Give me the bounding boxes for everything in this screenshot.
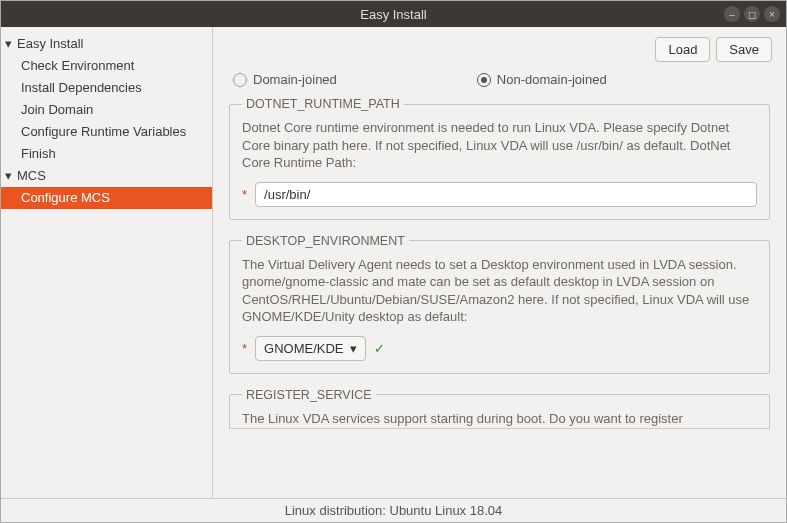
save-button[interactable]: Save bbox=[716, 37, 772, 62]
sidebar-section-label: MCS bbox=[17, 167, 46, 185]
close-icon[interactable]: × bbox=[764, 6, 780, 22]
group-legend: DOTNET_RUNTIME_PATH bbox=[242, 97, 404, 111]
chevron-down-icon: ▾ bbox=[5, 35, 15, 53]
sidebar-item-check-environment[interactable]: Check Environment bbox=[1, 55, 212, 77]
sidebar-item-configure-mcs[interactable]: Configure MCS bbox=[1, 187, 212, 209]
toolbar: Load Save bbox=[213, 27, 786, 68]
minimize-icon[interactable]: – bbox=[724, 6, 740, 22]
group-register-service: REGISTER_SERVICE The Linux VDA services … bbox=[229, 388, 770, 428]
domain-mode-row: Domain-joined Non-domain-joined bbox=[213, 68, 786, 97]
chevron-down-icon: ▾ bbox=[5, 167, 15, 185]
sidebar-section-label: Easy Install bbox=[17, 35, 83, 53]
desktop-environment-select[interactable]: GNOME/KDE ▾ bbox=[255, 336, 365, 361]
required-asterisk: * bbox=[242, 341, 247, 356]
maximize-icon[interactable]: ◻ bbox=[744, 6, 760, 22]
sidebar-item-configure-runtime-variables[interactable]: Configure Runtime Variables bbox=[1, 121, 212, 143]
radio-icon bbox=[233, 73, 247, 87]
group-legend: DESKTOP_ENVIRONMENT bbox=[242, 234, 409, 248]
sidebar-item-install-dependencies[interactable]: Install Dependencies bbox=[1, 77, 212, 99]
radio-label: Domain-joined bbox=[253, 72, 337, 87]
sidebar: ▾ Easy Install Check Environment Install… bbox=[1, 27, 213, 498]
group-desktop-environment: DESKTOP_ENVIRONMENT The Virtual Delivery… bbox=[229, 234, 770, 374]
config-scroll-area[interactable]: DOTNET_RUNTIME_PATH Dotnet Core runtime … bbox=[213, 97, 786, 428]
group-description: Dotnet Core runtime environment is neede… bbox=[242, 119, 757, 172]
radio-domain-joined[interactable]: Domain-joined bbox=[233, 72, 337, 87]
group-legend: REGISTER_SERVICE bbox=[242, 388, 376, 402]
required-asterisk: * bbox=[242, 187, 247, 202]
load-button[interactable]: Load bbox=[655, 37, 710, 62]
sidebar-item-join-domain[interactable]: Join Domain bbox=[1, 99, 212, 121]
select-value: GNOME/KDE bbox=[264, 341, 343, 356]
radio-label: Non-domain-joined bbox=[497, 72, 607, 87]
radio-icon bbox=[477, 73, 491, 87]
radio-non-domain-joined[interactable]: Non-domain-joined bbox=[477, 72, 607, 87]
group-description: The Linux VDA services support starting … bbox=[242, 410, 757, 428]
titlebar: Easy Install – ◻ × bbox=[1, 1, 786, 27]
group-dotnet-runtime-path: DOTNET_RUNTIME_PATH Dotnet Core runtime … bbox=[229, 97, 770, 220]
check-icon: ✓ bbox=[374, 341, 385, 356]
sidebar-section-easy-install[interactable]: ▾ Easy Install bbox=[1, 33, 212, 55]
window-controls: – ◻ × bbox=[724, 6, 780, 22]
status-bar: Linux distribution: Ubuntu Linux 18.04 bbox=[1, 498, 786, 522]
log-pane bbox=[229, 428, 770, 498]
status-text: Linux distribution: Ubuntu Linux 18.04 bbox=[285, 503, 503, 518]
group-description: The Virtual Delivery Agent needs to set … bbox=[242, 256, 757, 326]
window-title: Easy Install bbox=[9, 7, 778, 22]
chevron-down-icon: ▾ bbox=[350, 341, 357, 356]
sidebar-item-finish[interactable]: Finish bbox=[1, 143, 212, 165]
sidebar-section-mcs[interactable]: ▾ MCS bbox=[1, 165, 212, 187]
dotnet-path-input[interactable] bbox=[255, 182, 757, 207]
